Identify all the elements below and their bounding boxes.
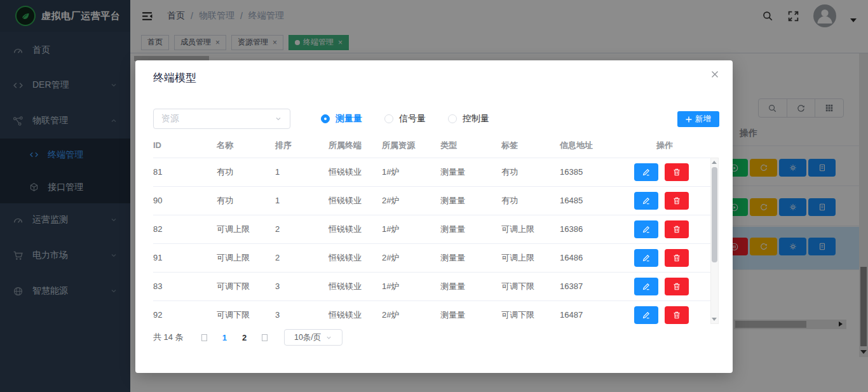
cell-actions <box>634 243 710 272</box>
edit-button[interactable] <box>634 163 658 181</box>
edit-button[interactable] <box>634 220 658 238</box>
radio-icon <box>448 114 457 123</box>
delete-button[interactable] <box>665 249 689 267</box>
cell-actions <box>634 158 710 186</box>
delete-button[interactable] <box>665 220 689 238</box>
radio-label: 控制量 <box>463 113 489 125</box>
edit-button[interactable] <box>634 249 658 267</box>
cell-name: 可调上限 <box>217 215 275 243</box>
cell-type: 测量量 <box>440 215 501 243</box>
total-count: 共 14 条 <box>153 332 184 343</box>
table-row: 92可调下限3恒锐镁业2#炉测量量可调下限16487 <box>153 301 710 324</box>
cell-actions <box>634 215 710 243</box>
cell-resource: 1#炉 <box>382 272 440 301</box>
column-header: 信息地址 <box>560 133 634 158</box>
cell-addr: 16387 <box>560 272 634 301</box>
scroll-up-arrow[interactable] <box>712 161 717 164</box>
cell-resource: 2#炉 <box>382 243 440 272</box>
radio-measurement[interactable]: 测量量 <box>321 113 384 125</box>
app-window: 虚拟电厂运营平台 首页 DER管理 物联管理 终端管理 接口管理 <box>0 0 868 392</box>
resource-select[interactable]: 资源 <box>153 109 290 129</box>
cell-actions <box>634 186 710 215</box>
radio-label: 测量量 <box>336 113 362 125</box>
cell-resource: 2#炉 <box>382 186 440 215</box>
delete-button[interactable] <box>665 163 689 181</box>
page-2-button[interactable]: 2 <box>242 333 247 342</box>
cell-tag: 有功 <box>501 186 560 215</box>
pagination: 共 14 条 1 2 10条/页 <box>153 328 342 347</box>
cell-addr: 16386 <box>560 215 634 243</box>
plus-icon <box>686 116 692 123</box>
add-button[interactable]: 新增 <box>677 111 719 127</box>
scrollbar-thumb[interactable] <box>712 167 717 262</box>
radio-control[interactable]: 控制量 <box>448 113 512 125</box>
cell-sort: 3 <box>275 301 329 324</box>
dialog-close-icon[interactable] <box>710 69 720 79</box>
next-page-button[interactable] <box>262 334 268 341</box>
cell-resource: 1#炉 <box>382 215 440 243</box>
column-header: 排序 <box>275 133 329 158</box>
cell-name: 可调下限 <box>217 272 275 301</box>
table-row: 81有功1恒锐镁业1#炉测量量有功16385 <box>153 158 710 186</box>
chevron-down-icon <box>325 334 332 341</box>
column-header: 所属终端 <box>329 133 382 158</box>
type-radio-group: 测量量 信号量 控制量 <box>321 113 512 125</box>
cell-addr: 16385 <box>560 158 634 186</box>
delete-button[interactable] <box>665 278 689 295</box>
cell-addr: 16485 <box>560 186 634 215</box>
cell-id: 92 <box>153 301 217 324</box>
cell-type: 测量量 <box>440 272 501 301</box>
column-header: 名称 <box>217 133 275 158</box>
edit-button[interactable] <box>634 192 658 210</box>
cell-tag: 可调下限 <box>501 301 560 324</box>
cell-id: 82 <box>153 215 217 243</box>
column-header: 操作 <box>634 133 710 158</box>
radio-icon <box>321 114 330 123</box>
cell-resource: 1#炉 <box>382 158 440 186</box>
dialog-title: 终端模型 <box>153 71 196 85</box>
cell-sort: 2 <box>275 243 329 272</box>
select-placeholder: 资源 <box>161 113 179 125</box>
cell-sort: 2 <box>275 215 329 243</box>
table-vertical-scrollbar[interactable] <box>710 158 719 324</box>
radio-icon <box>384 114 393 123</box>
cell-resource: 2#炉 <box>382 301 440 324</box>
table-row: 90有功1恒锐镁业2#炉测量量有功16485 <box>153 186 710 215</box>
chevron-down-icon <box>275 115 282 123</box>
table-row: 91可调上限2恒锐镁业2#炉测量量可调上限16486 <box>153 243 710 272</box>
cell-terminal: 恒锐镁业 <box>329 272 382 301</box>
page-1-button[interactable]: 1 <box>222 333 227 342</box>
cell-terminal: 恒锐镁业 <box>329 186 382 215</box>
edit-button[interactable] <box>634 306 658 324</box>
delete-button[interactable] <box>665 306 689 324</box>
cell-name: 可调上限 <box>217 243 275 272</box>
cell-sort: 3 <box>275 272 329 301</box>
cell-tag: 有功 <box>501 158 560 186</box>
column-header: 标签 <box>501 133 560 158</box>
page-size-select[interactable]: 10条/页 <box>284 329 342 346</box>
cell-type: 测量量 <box>440 301 501 324</box>
cell-id: 91 <box>153 243 217 272</box>
column-header: 所属资源 <box>382 133 440 158</box>
cell-id: 83 <box>153 272 217 301</box>
table-row: 83可调下限3恒锐镁业1#炉测量量可调下限16387 <box>153 272 710 301</box>
terminal-table-body: 81有功1恒锐镁业1#炉测量量有功1638590有功1恒锐镁业2#炉测量量有功1… <box>153 158 710 324</box>
edit-button[interactable] <box>634 278 658 295</box>
cell-type: 测量量 <box>440 186 501 215</box>
cell-id: 81 <box>153 158 217 186</box>
radio-signal[interactable]: 信号量 <box>384 113 448 125</box>
cell-addr: 16487 <box>560 301 634 324</box>
cell-id: 90 <box>153 186 217 215</box>
radio-label: 信号量 <box>399 113 426 125</box>
cell-terminal: 恒锐镁业 <box>329 301 382 324</box>
terminal-model-table: ID名称排序所属终端所属资源类型标签信息地址操作 81有功1恒锐镁业1#炉测量量… <box>153 133 710 324</box>
delete-button[interactable] <box>665 192 689 210</box>
cell-tag: 可调上限 <box>501 243 560 272</box>
table-row: 82可调上限2恒锐镁业1#炉测量量可调上限16386 <box>153 215 710 243</box>
cell-actions <box>634 301 710 324</box>
prev-page-button[interactable] <box>201 334 207 341</box>
terminal-model-dialog: 终端模型 资源 测量量 信号量 控制量 新增 ID名称排序所属终端所属资源类型标… <box>135 60 733 373</box>
page-size-value: 10条/页 <box>294 332 321 343</box>
cell-sort: 1 <box>275 158 329 186</box>
scroll-down-arrow[interactable] <box>712 318 717 321</box>
